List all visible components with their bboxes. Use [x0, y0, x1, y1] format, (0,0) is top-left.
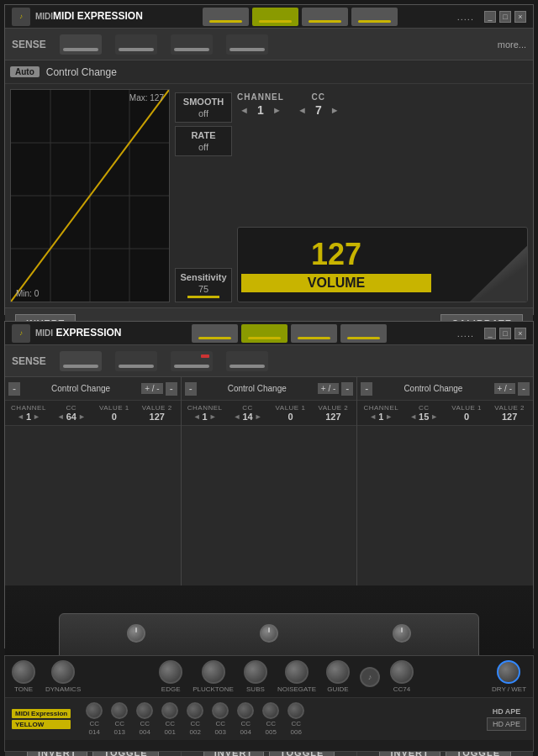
sensitivity-box1: Sensitivity 75: [175, 268, 232, 302]
tab1-pedal2[interactable]: [252, 8, 298, 26]
volume-pedal-graphic1: [435, 228, 527, 302]
cc-name2-2: Control Change: [199, 384, 315, 393]
pedal-col2-3: - Control Change + / - - CHANNEL ◄ 1 ► C…: [357, 377, 533, 585]
tab1-pedal4[interactable]: [351, 8, 398, 26]
dynamics-label: DYNAMICS: [45, 685, 81, 693]
plucktone-knob[interactable]: [202, 660, 225, 684]
tab2-pedal4[interactable]: [340, 324, 387, 343]
maximize-btn1[interactable]: □: [499, 11, 511, 23]
tab2-pedal1[interactable]: [192, 324, 238, 343]
cc-left-arrow1[interactable]: ◄: [298, 105, 307, 115]
knob-subs: SUBS: [244, 660, 267, 693]
sense-pedal1-3[interactable]: [171, 34, 213, 55]
cc-row2-3: - Control Change + / - -: [357, 377, 533, 401]
cc006-knob[interactable]: [287, 702, 304, 719]
val1-cell2-1: VALUE 1 0: [94, 404, 134, 422]
app-title2: MIDI EXPRESSION: [35, 328, 121, 339]
sense-pedal2-1[interactable]: [60, 351, 102, 371]
channel-left-arrow1[interactable]: ◄: [240, 105, 249, 115]
plugin-area: TONE DYNAMICS EDGE PLUCKTONE SUBS NOISEG…: [4, 655, 534, 752]
cc-minus2-1[interactable]: -: [8, 382, 20, 396]
ch-params2-1: CHANNEL ◄ 1 ► CC ◄ 64 ► VALU: [5, 401, 181, 426]
smooth-label1: SMOOTH: [177, 97, 229, 107]
minimize-btn1[interactable]: _: [484, 11, 496, 23]
cc-plus2-1[interactable]: + / -: [141, 383, 163, 394]
sense-pedal2-4[interactable]: [226, 351, 268, 371]
cc003-knob[interactable]: [212, 702, 229, 719]
cc-expand2-1[interactable]: -: [166, 382, 177, 396]
cc-minus2-3[interactable]: -: [361, 382, 372, 396]
ch-val2-1: 1: [26, 412, 31, 422]
cc001-group: CC 001: [161, 702, 178, 736]
cc013-knob[interactable]: [111, 702, 128, 719]
cc-minus2-2[interactable]: -: [185, 382, 197, 396]
subs-knob[interactable]: [244, 660, 267, 684]
channel-number1: 1: [252, 103, 269, 117]
cc-title1: Control Change: [46, 66, 117, 78]
app-title1: MIDIMIDI EXPRESSION: [35, 11, 143, 22]
dots2: .....: [457, 328, 474, 339]
close-btn1[interactable]: ×: [514, 11, 526, 23]
cc74-knob[interactable]: [390, 660, 414, 684]
guide-icon[interactable]: ♪: [360, 667, 380, 687]
cc-plus2-2[interactable]: + / -: [318, 383, 340, 394]
channel-item1: CHANNEL ◄ 1 ►: [237, 92, 284, 117]
ch-cc-row1: CHANNEL ◄ 1 ► CC ◄ 7 ►: [237, 92, 528, 117]
cc-cell2-2: CC ◄ 14 ►: [228, 404, 268, 422]
cc-expand2-2[interactable]: -: [341, 382, 353, 396]
edge-knob[interactable]: [159, 660, 182, 684]
channel-right-arrow1[interactable]: ►: [272, 105, 282, 115]
ch-pl2-1: CHANNEL: [11, 404, 46, 412]
cc-right-arrow1[interactable]: ►: [330, 105, 340, 115]
knob2-3[interactable]: [393, 624, 411, 643]
knob2-1[interactable]: [127, 624, 145, 643]
cc-number1: 7: [310, 103, 327, 117]
subs-label: SUBS: [246, 685, 265, 693]
sense-pedal2-3[interactable]: [171, 351, 213, 371]
cc-plus2-3[interactable]: + / -: [494, 383, 516, 394]
plugin-row1: TONE DYNAMICS EDGE PLUCKTONE SUBS NOISEG…: [5, 656, 533, 698]
window-controls2: ..... _ □ ×: [457, 328, 526, 339]
tone-knob[interactable]: [12, 660, 35, 684]
cc004-knob[interactable]: [136, 702, 153, 719]
pedal-col2-2: - Control Change + / - - CHANNEL ◄ 1 ► C…: [182, 377, 358, 585]
volume-label1: VOLUME: [241, 274, 431, 292]
sense-pedal1-4[interactable]: [226, 34, 268, 55]
cc-row2-2: - Control Change + / - -: [182, 377, 357, 401]
channel-panel1: CHANNEL ◄ 1 ► CC ◄ 7 ►: [237, 89, 528, 302]
noisegate-knob[interactable]: [285, 660, 309, 684]
cc004b-knob[interactable]: [237, 702, 254, 719]
cc-expand2-3[interactable]: -: [518, 382, 530, 396]
dynamics-knob[interactable]: [51, 660, 75, 684]
tab2-pedal2[interactable]: [241, 324, 287, 343]
cc001-knob[interactable]: [161, 702, 178, 719]
knob-tone: TONE: [12, 660, 35, 693]
knob2-2[interactable]: [260, 624, 278, 643]
channel-cell2-2: CHANNEL ◄ 1 ►: [185, 404, 225, 422]
knob-plucktone: PLUCKTONE: [193, 660, 234, 693]
graph-min-label1: Min: 0: [16, 289, 39, 298]
minimize-btn2[interactable]: _: [484, 328, 496, 339]
tone-label: TONE: [14, 685, 33, 693]
more-btn1[interactable]: more...: [498, 39, 526, 50]
sense-pedal1-1[interactable]: [60, 34, 102, 55]
sense-pedal1-2[interactable]: [115, 34, 157, 55]
tab1-pedal1[interactable]: [203, 8, 249, 26]
maximize-btn2[interactable]: □: [499, 328, 511, 339]
hd-ape-area: HD APE HD APE: [487, 707, 526, 731]
v1-val2-1: 0: [112, 412, 117, 422]
sense-label1: SENSE: [12, 39, 46, 50]
cc002-knob[interactable]: [187, 702, 203, 719]
cc005-knob[interactable]: [262, 702, 279, 719]
tab2-pedal3[interactable]: [291, 324, 337, 343]
val2-cell2-1: VALUE 2 127: [137, 404, 177, 422]
hd-ape-box[interactable]: HD APE: [487, 717, 526, 731]
app-brand2: ♪ MIDI EXPRESSION: [12, 324, 121, 343]
close-btn2[interactable]: ×: [514, 328, 526, 339]
tab1-pedal3[interactable]: [302, 8, 348, 26]
guide-knob[interactable]: [326, 660, 350, 684]
cc014-knob[interactable]: [86, 702, 103, 719]
graph-svg1: [11, 90, 169, 302]
sense-pedal2-2[interactable]: [115, 351, 157, 371]
drywet-knob[interactable]: [497, 660, 520, 684]
